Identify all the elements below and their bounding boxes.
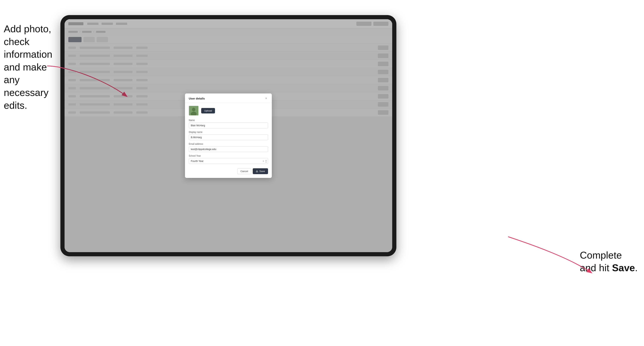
email-field-group: Email address <box>189 143 268 152</box>
avatar-thumbnail <box>189 106 198 116</box>
school-year-label: School Year <box>189 155 268 157</box>
svg-point-1 <box>192 108 195 111</box>
modal-footer: Cancel Save <box>189 167 268 174</box>
save-button[interactable]: Save <box>253 168 268 174</box>
select-arrows: ▲ ▼ <box>265 159 267 163</box>
user-details-modal: User details × <box>185 93 272 178</box>
display-name-field-group: Display name <box>189 131 268 140</box>
upload-photo-button[interactable]: Upload <box>201 108 215 113</box>
email-input[interactable] <box>189 146 268 152</box>
select-arrow-down[interactable]: ▼ <box>265 161 267 163</box>
email-label: Email address <box>189 143 268 145</box>
save-icon <box>256 170 258 173</box>
annotation-right-suffix: . <box>635 262 638 273</box>
display-name-input[interactable] <box>189 134 268 140</box>
annotation-right: Complete and hit Save. <box>580 249 640 274</box>
tablet-screen: / / <box>64 19 392 252</box>
school-year-select-wrapper: × ▲ ▼ <box>189 158 268 164</box>
modal-title: User details <box>189 97 205 100</box>
select-controls: × ▲ ▼ <box>262 159 267 163</box>
school-year-field-group: School Year × ▲ ▼ <box>189 155 268 164</box>
save-button-label: Save <box>259 170 265 173</box>
tablet-device: / / <box>60 15 396 256</box>
annotation-left: Add photo, check information and make an… <box>4 23 56 112</box>
modal-overlay: User details × <box>64 19 392 252</box>
select-arrow-up[interactable]: ▲ <box>265 159 267 161</box>
modal-header: User details × <box>185 93 272 103</box>
name-input[interactable] <box>189 123 268 128</box>
photo-area: Upload <box>189 106 268 116</box>
select-clear-button[interactable]: × <box>262 160 264 163</box>
school-year-input[interactable] <box>189 158 268 164</box>
modal-body: Upload Name Display name Email addre <box>185 103 272 178</box>
name-field-group: Name <box>189 119 268 128</box>
modal-close-button[interactable]: × <box>264 97 268 100</box>
name-label: Name <box>189 119 268 122</box>
annotation-right-bold: Save <box>612 262 635 273</box>
cancel-button[interactable]: Cancel <box>237 168 251 174</box>
display-name-label: Display name <box>189 131 268 133</box>
